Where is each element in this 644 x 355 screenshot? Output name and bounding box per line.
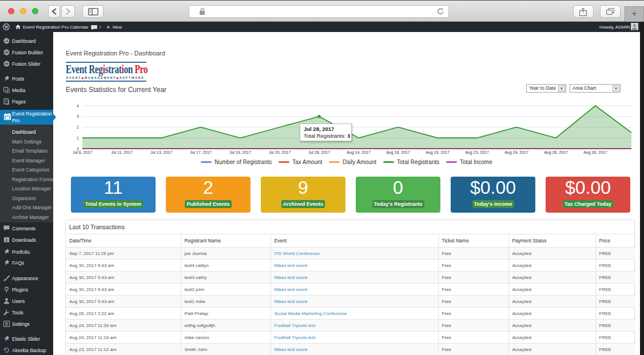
svg-text:Aug 19, 2017: Aug 19, 2017 xyxy=(426,150,450,155)
svg-text:Aug 24, 2017: Aug 24, 2017 xyxy=(504,150,528,155)
svg-text:W: W xyxy=(4,25,9,30)
svg-text:4: 4 xyxy=(77,104,79,108)
svg-text:Jul 17, 2017: Jul 17, 2017 xyxy=(190,150,212,154)
svg-text:Aug 18, 2017: Aug 18, 2017 xyxy=(386,150,410,155)
svg-text:Aug 23, 2017: Aug 23, 2017 xyxy=(465,150,489,155)
svg-text:3: 3 xyxy=(77,114,79,118)
svg-text:2: 2 xyxy=(77,125,79,129)
svg-text:Jul 20, 2017: Jul 20, 2017 xyxy=(269,150,291,154)
svg-text:Jul 13, 2017: Jul 13, 2017 xyxy=(150,150,172,154)
svg-text:Aug 14, 2017: Aug 14, 2017 xyxy=(347,150,371,155)
svg-text:Jul 6, 2017: Jul 6, 2017 xyxy=(73,150,92,154)
svg-text:Jul 19, 2017: Jul 19, 2017 xyxy=(229,150,251,154)
svg-text:Aug 30, 2017: Aug 30, 2017 xyxy=(583,150,607,155)
svg-text:Jul 28, 2017: Jul 28, 2017 xyxy=(308,150,330,154)
svg-text:Jul 11, 2017: Jul 11, 2017 xyxy=(111,150,133,154)
svg-text:Aug 26, 2017: Aug 26, 2017 xyxy=(544,150,568,155)
svg-text:1: 1 xyxy=(77,136,79,140)
